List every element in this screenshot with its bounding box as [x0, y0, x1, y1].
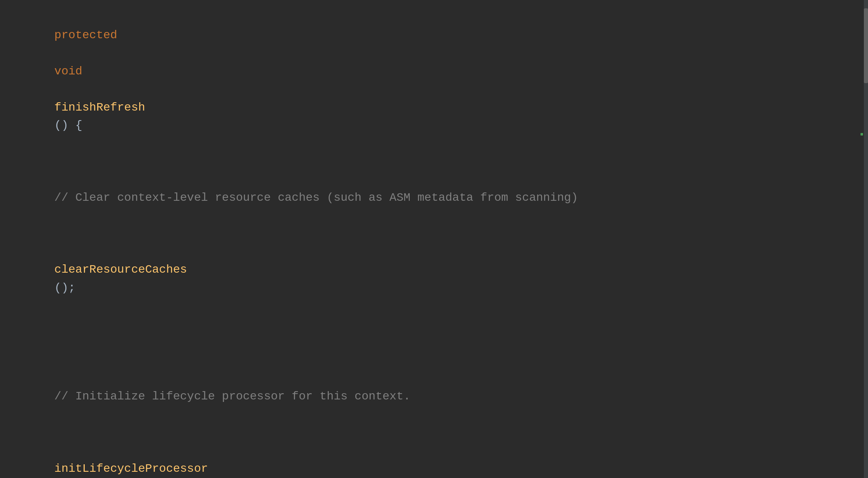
method-clearResourceCaches: clearResourceCaches [54, 263, 187, 276]
keyword-protected: protected [54, 29, 117, 42]
code-line-6: // Initialize lifecycle processor for th… [0, 352, 868, 424]
code-line-7: initLifecycleProcessor (); [0, 424, 868, 478]
method-initLifecycleProcessor: initLifecycleProcessor [54, 462, 208, 475]
code-line-4 [0, 315, 868, 333]
code-line-3: clearResourceCaches (); [0, 225, 868, 315]
code-line-5 [0, 333, 868, 352]
code-line-1: protected void finishRefresh () { [0, 8, 868, 153]
comment-clear-caches: // Clear context-level resource caches (… [54, 191, 578, 204]
method-finishRefresh: finishRefresh [54, 101, 145, 114]
keyword-void: void [54, 65, 82, 78]
code-viewer: protected void finishRefresh () { // Cle… [0, 0, 868, 478]
comment-lifecycle: // Initialize lifecycle processor for th… [54, 390, 411, 403]
code-line-2: // Clear context-level resource caches (… [0, 153, 868, 225]
